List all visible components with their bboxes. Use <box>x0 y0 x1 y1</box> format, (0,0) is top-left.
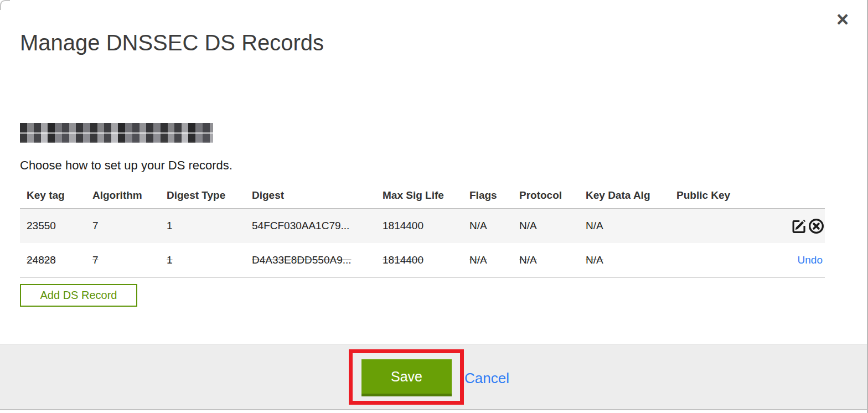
edit-icon[interactable] <box>790 218 808 235</box>
col-header-digest: Digest <box>245 183 376 209</box>
row-actions <box>758 209 825 244</box>
delete-icon[interactable] <box>808 218 825 235</box>
close-icon[interactable]: × <box>831 8 854 31</box>
cell-digest-type: 1 <box>160 209 245 244</box>
cell-protocol: N/A <box>513 243 579 278</box>
cell-key-tag: 24828 <box>20 243 86 278</box>
col-header-max-sig-life: Max Sig Life <box>376 183 463 209</box>
manage-dnssec-modal: Manage DNSSEC DS Records × Choose how to… <box>0 0 868 413</box>
cell-flags: N/A <box>463 209 513 244</box>
col-header-flags: Flags <box>463 183 513 209</box>
cell-digest: D4A33E8DD550A9... <box>245 243 376 278</box>
cell-digest-type: 1 <box>160 243 245 278</box>
intro-text: Choose how to set up your DS records. <box>20 158 232 173</box>
cell-key-data-alg: N/A <box>579 209 670 244</box>
redacted-domain-text <box>20 123 213 143</box>
row-actions: Undo <box>758 243 825 278</box>
col-header-public-key: Public Key <box>670 183 758 209</box>
cell-algorithm: 7 <box>86 209 160 244</box>
cell-algorithm: 7 <box>86 243 160 278</box>
col-header-protocol: Protocol <box>513 183 579 209</box>
cell-key-data-alg: N/A <box>579 243 670 278</box>
cell-protocol: N/A <box>513 209 579 244</box>
page-title: Manage DNSSEC DS Records <box>20 30 324 55</box>
col-header-key-data-alg: Key Data Alg <box>579 183 670 209</box>
save-button[interactable]: Save <box>361 359 452 396</box>
col-header-key-tag: Key tag <box>20 183 86 209</box>
col-header-actions <box>758 183 825 209</box>
cell-max-sig-life: 1814400 <box>376 209 463 244</box>
cell-public-key <box>670 243 758 278</box>
cancel-link[interactable]: Cancel <box>464 370 509 387</box>
cell-flags: N/A <box>463 243 513 278</box>
table-row: 23550 7 1 54FCF030AA1C79... 1814400 N/A … <box>20 209 825 244</box>
cell-key-tag: 23550 <box>20 209 86 244</box>
col-header-digest-type: Digest Type <box>160 183 245 209</box>
col-header-algorithm: Algorithm <box>86 183 160 209</box>
cell-public-key <box>670 209 758 244</box>
add-ds-record-button[interactable]: Add DS Record <box>20 284 137 307</box>
table-row-deleted: 24828 7 1 D4A33E8DD550A9... 1814400 N/A … <box>20 243 825 278</box>
window-corner-border <box>0 0 10 10</box>
cell-max-sig-life: 1814400 <box>376 243 463 278</box>
table-header-row: Key tag Algorithm Digest Type Digest Max… <box>20 183 825 209</box>
ds-records-table: Key tag Algorithm Digest Type Digest Max… <box>20 183 825 278</box>
undo-link[interactable]: Undo <box>798 254 825 266</box>
cell-digest: 54FCF030AA1C79... <box>245 209 376 244</box>
